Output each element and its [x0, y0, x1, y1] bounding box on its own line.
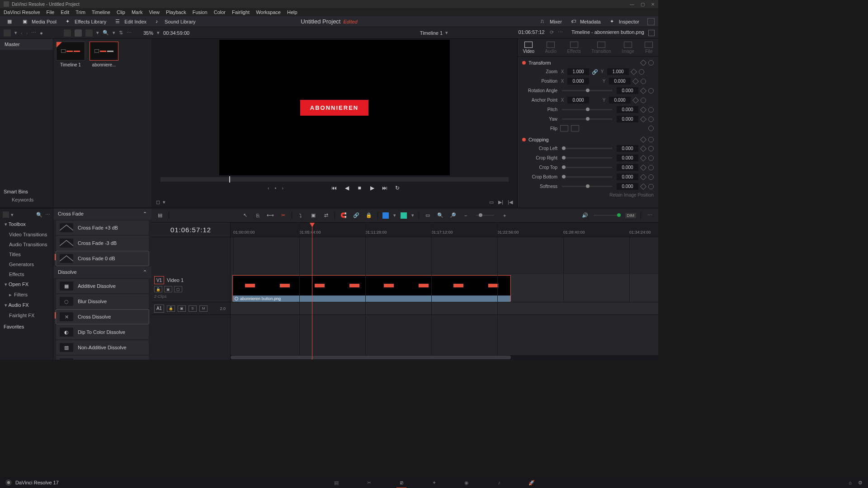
fx-item[interactable]: Cross Fade +3 dB — [56, 221, 149, 235]
zoom-search-icon[interactable]: 🔍 — [436, 212, 444, 219]
keyframe-icon[interactable] — [640, 60, 646, 66]
zoom-slider[interactable] — [476, 215, 494, 216]
prev-frame-icon[interactable]: ◀ — [343, 184, 350, 192]
favorites-header[interactable]: Favorites — [0, 320, 53, 333]
menu-item[interactable]: Help — [287, 9, 297, 15]
zoom-fit-icon[interactable]: 🔎 — [449, 212, 457, 219]
menu-item[interactable]: Edit — [61, 9, 69, 15]
video-transitions-node[interactable]: Video Transitions — [0, 230, 53, 239]
zoom-x-field[interactable]: 1.000 — [567, 68, 589, 75]
reset-icon[interactable] — [648, 155, 654, 161]
zoom-in-icon[interactable]: + — [500, 212, 509, 219]
range-tool-icon[interactable]: ▭ — [424, 212, 432, 219]
reset-icon[interactable] — [639, 69, 644, 75]
yaw-field[interactable]: 0.000 — [617, 116, 638, 122]
crop-right-field[interactable]: 0.000 — [617, 155, 638, 161]
step-back-icon[interactable]: |◀ — [508, 199, 513, 205]
link-icon[interactable]: 🔗 — [352, 212, 360, 219]
reset-icon[interactable] — [648, 146, 654, 151]
toolbox-node[interactable]: Toolbox — [0, 219, 53, 230]
keyframe-icon[interactable] — [632, 97, 639, 103]
maximize-icon[interactable]: ▢ — [641, 2, 645, 7]
rotation-field[interactable]: 0.000 — [617, 87, 638, 94]
fx-item[interactable]: ▦Additive Dissolve — [56, 279, 149, 293]
match-frame-prev-icon[interactable]: ‹ — [268, 185, 269, 191]
lock-icon[interactable]: 🔒 — [167, 305, 175, 312]
crop-icon[interactable]: ◻ — [156, 199, 160, 205]
more-icon[interactable]: ⋯ — [558, 29, 563, 35]
selection-tool-icon[interactable]: ↖ — [241, 212, 249, 219]
fx-item[interactable]: ▥Non-Additive Dissolve — [56, 340, 149, 355]
media-pool-button[interactable]: ▣Media Pool — [19, 18, 60, 26]
reset-icon[interactable] — [648, 137, 654, 142]
fullscreen-button[interactable] — [647, 18, 655, 25]
keyframe-icon[interactable] — [631, 68, 637, 75]
reset-icon[interactable] — [648, 117, 654, 122]
keyframe-icon[interactable] — [640, 136, 646, 143]
minimize-icon[interactable]: — — [630, 2, 634, 7]
more-icon[interactable]: ⋯ — [127, 30, 132, 36]
zoom-y-field[interactable]: 1.000 — [607, 68, 629, 75]
sound-library-button[interactable]: ♪Sound Library — [152, 18, 199, 26]
menu-item[interactable]: Color — [214, 9, 226, 15]
transform-section[interactable]: Transform — [522, 59, 654, 67]
clip-thumbnail[interactable]: Timeline 1 — [56, 42, 85, 205]
flag-blue-icon[interactable] — [382, 212, 389, 219]
stop-icon[interactable]: ■ — [356, 184, 363, 192]
fx-item[interactable]: Cross Fade -3 dB — [56, 236, 149, 250]
last-frame-icon[interactable]: ⏭ — [381, 184, 388, 192]
chevron-down-icon[interactable]: ▾ — [163, 199, 165, 205]
replace-clip-icon[interactable]: ⇄ — [322, 212, 330, 219]
pos-x-field[interactable]: 0.000 — [567, 78, 589, 84]
lock-icon[interactable]: 🔒 — [365, 212, 373, 219]
crop-bottom-field[interactable]: 0.000 — [617, 174, 638, 180]
menu-item[interactable]: Fairlight — [232, 9, 250, 15]
volume-slider[interactable] — [594, 215, 621, 216]
flag-teal-icon[interactable] — [401, 212, 407, 219]
chevron-down-icon[interactable]: ▾ — [445, 30, 448, 36]
keyframe-icon[interactable] — [640, 183, 646, 189]
rotation-slider[interactable] — [562, 90, 612, 91]
edit-index-button[interactable]: ☰Edit Index — [112, 18, 150, 26]
reset-icon[interactable] — [641, 79, 646, 84]
crop-right-slider[interactable] — [562, 157, 612, 159]
reset-icon[interactable] — [648, 184, 654, 189]
viewer-canvas[interactable]: ABONNIEREN — [219, 40, 450, 175]
blade-tool-icon[interactable]: ✂ — [279, 212, 287, 219]
match-frame-next-icon[interactable]: › — [282, 185, 283, 191]
close-icon[interactable]: ✕ — [651, 2, 655, 7]
search-icon[interactable]: 🔍 — [36, 212, 42, 218]
inspector-button[interactable]: ✦Inspector — [606, 18, 643, 26]
snap-icon[interactable]: 🧲 — [340, 212, 348, 219]
timecode-display[interactable]: 01:06:57:12 — [151, 223, 230, 237]
thumb-view-icon[interactable] — [75, 29, 82, 37]
dynamic-trim-icon[interactable]: ⟷ — [266, 212, 274, 219]
first-frame-icon[interactable]: ⏮ — [330, 184, 338, 192]
keyframe-icon[interactable] — [640, 174, 646, 180]
smart-bins-header[interactable]: Smart Bins — [4, 189, 49, 194]
chevron-down-icon[interactable]: ▾ — [113, 30, 115, 36]
video-clip[interactable]: abonnieren button.png — [232, 275, 511, 301]
filters-node[interactable]: Filters — [0, 290, 53, 300]
reset-icon[interactable] — [648, 174, 654, 180]
effects-node[interactable]: Effects — [0, 269, 53, 279]
dissolve-category[interactable]: Dissolve⌃ — [53, 267, 151, 278]
effects-library-button[interactable]: ✦Effects Library — [62, 18, 110, 26]
titles-node[interactable]: Titles — [0, 249, 53, 259]
menu-item[interactable]: Clip — [117, 9, 125, 15]
expand-icon[interactable] — [648, 30, 655, 36]
keyframe-icon[interactable] — [640, 87, 646, 94]
collapse-icon[interactable]: ⌃ — [143, 211, 147, 217]
menu-item[interactable]: Trim — [75, 9, 85, 15]
crossfade-category[interactable]: Cross Fade⌃ — [53, 208, 151, 220]
reset-icon[interactable] — [641, 98, 646, 103]
nav-fwd-icon[interactable]: › — [26, 30, 28, 36]
tab-audio[interactable]: Audio — [545, 42, 557, 54]
menu-item[interactable]: File — [47, 9, 55, 15]
viewer-scrubber[interactable] — [160, 177, 509, 182]
reset-icon[interactable] — [648, 107, 654, 113]
timeline-tracks[interactable]: 01:00:00:00 01:05:44:00 01:11:28:00 01:1… — [231, 223, 658, 360]
menu-item[interactable]: Timeline — [92, 9, 110, 15]
auto-select-icon[interactable]: ▣ — [178, 305, 186, 312]
flip-v-button[interactable] — [571, 125, 579, 131]
